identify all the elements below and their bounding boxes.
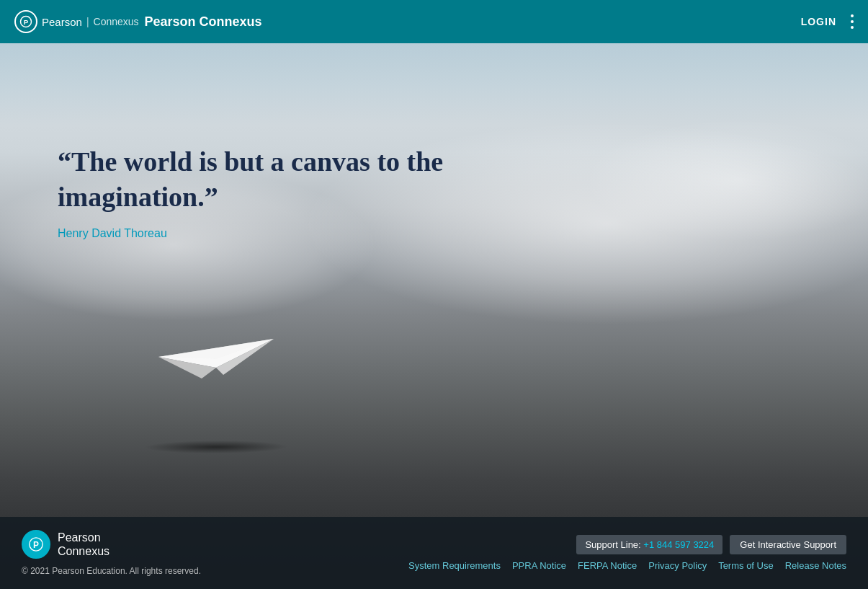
background: “The world is but a canvas to the imagin…: [0, 43, 868, 589]
support-phone[interactable]: +1 844 597 3224: [643, 539, 714, 550]
footer-links: System RequirementsPPRA NoticeFERPA Noti…: [408, 560, 846, 571]
header-left: P Pearson | Connexus Pearson Connexus: [14, 10, 262, 33]
support-label: Support Line: +1 844 597 3224: [576, 535, 722, 554]
quote-text: “The world is but a canvas to the imagin…: [58, 144, 454, 216]
svg-text:P: P: [24, 18, 29, 26]
quote-author-highlight: Thoreau: [124, 227, 167, 239]
header-brand: Pearson: [42, 16, 82, 28]
footer-pearson-icon: P: [22, 530, 50, 559]
plane-shadow: [140, 440, 292, 453]
svg-text:P: P: [33, 540, 39, 550]
footer-link[interactable]: Release Notes: [785, 560, 846, 571]
footer-right: Support Line: +1 844 597 3224 Get Intera…: [408, 535, 846, 571]
footer-link[interactable]: PPRA Notice: [512, 560, 566, 571]
support-label-text: Support Line:: [585, 539, 640, 550]
login-button[interactable]: LOGIN: [801, 16, 836, 27]
support-line: Support Line: +1 844 597 3224 Get Intera…: [576, 535, 846, 554]
footer-link[interactable]: FERPA Notice: [578, 560, 637, 571]
footer-left: P Pearson Connexus © 2021 Pearson Educat…: [22, 530, 201, 576]
header-brand-pearson: Pearson: [42, 16, 82, 28]
header: P Pearson | Connexus Pearson Connexus LO…: [0, 0, 868, 43]
header-connexus: Connexus: [94, 16, 139, 27]
interactive-support-button[interactable]: Get Interactive Support: [730, 535, 846, 554]
footer: P Pearson Connexus © 2021 Pearson Educat…: [0, 517, 868, 589]
paper-airplane: [158, 317, 288, 389]
quote-author: Henry David Thoreau: [58, 227, 454, 240]
footer-link[interactable]: System Requirements: [408, 560, 501, 571]
footer-brand-pearson: Pearson: [58, 531, 109, 544]
footer-brand-connexus: Connexus: [58, 544, 109, 558]
footer-copyright: © 2021 Pearson Education. All rights res…: [22, 566, 201, 576]
header-title: Pearson Connexus: [145, 14, 262, 30]
footer-link[interactable]: Privacy Policy: [648, 560, 707, 571]
footer-logo: P Pearson Connexus: [22, 530, 201, 559]
footer-link[interactable]: Terms of Use: [718, 560, 774, 571]
header-pearson-icon: P: [14, 10, 37, 33]
quote-container: “The world is but a canvas to the imagin…: [58, 144, 454, 240]
header-divider: |: [86, 16, 89, 27]
header-right: LOGIN: [801, 14, 854, 29]
menu-icon[interactable]: [851, 14, 854, 29]
quote-author-plain: Henry David: [58, 227, 124, 239]
footer-brand-name: Pearson Connexus: [58, 531, 109, 558]
